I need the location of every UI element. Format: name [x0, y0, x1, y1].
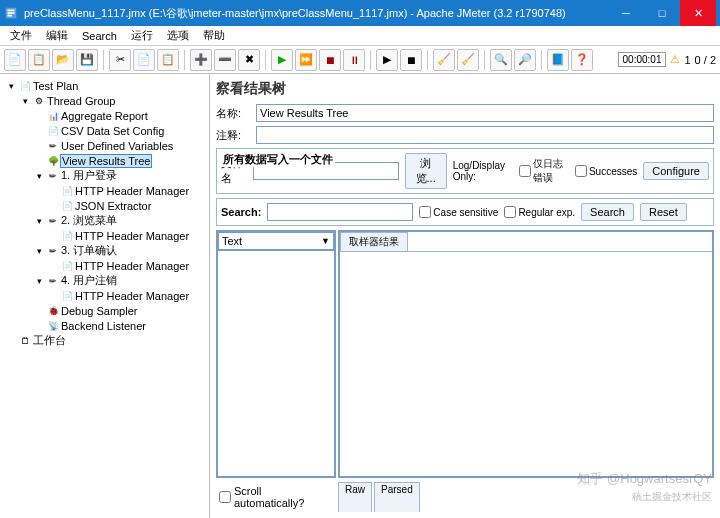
toggle-icon[interactable]: ▾ [4, 80, 18, 92]
toggle-icon[interactable] [32, 155, 46, 167]
toggle-button[interactable]: ✖ [238, 49, 260, 71]
case-sensitive-checkbox[interactable] [419, 206, 431, 218]
toggle-icon[interactable] [46, 290, 60, 302]
search-button[interactable]: 🔍 [490, 49, 512, 71]
node-icon: 📄 [18, 80, 32, 92]
warning-icon: ⚠ [670, 53, 680, 66]
menu-文件[interactable]: 文件 [4, 26, 38, 45]
toggle-icon[interactable] [32, 110, 46, 122]
results-list[interactable] [218, 250, 334, 476]
separator [184, 50, 185, 70]
node-label: 2. 浏览菜单 [60, 213, 118, 228]
successes-checkbox[interactable] [575, 165, 587, 177]
raw-tab[interactable]: Raw [338, 482, 372, 512]
separator [103, 50, 104, 70]
paste-button[interactable]: 📋 [157, 49, 179, 71]
tree-node[interactable]: 📄JSON Extractor [0, 198, 209, 213]
tree-node[interactable]: ✏User Defined Variables [0, 138, 209, 153]
search-group: Search: Case sensitive Regular exp. Sear… [216, 198, 714, 226]
tree-node[interactable]: ▾✏3. 订单确认 [0, 243, 209, 258]
tree-node[interactable]: 📄HTTP Header Manager [0, 288, 209, 303]
tree-node[interactable]: 🗒工作台 [0, 333, 209, 348]
tree-node[interactable]: ▾⚙Thread Group [0, 93, 209, 108]
node-label: 4. 用户注销 [60, 273, 118, 288]
menu-选项[interactable]: 选项 [161, 26, 195, 45]
node-label: Aggregate Report [60, 110, 149, 122]
tree-node[interactable]: ▾✏4. 用户注销 [0, 273, 209, 288]
toggle-icon[interactable] [46, 260, 60, 272]
renderer-combo[interactable]: Text ▼ [218, 232, 334, 250]
open-button[interactable]: 📂 [52, 49, 74, 71]
toggle-icon[interactable] [46, 185, 60, 197]
reset-search-button[interactable]: 🔎 [514, 49, 536, 71]
toggle-icon[interactable] [46, 230, 60, 242]
tree-node[interactable]: 📄HTTP Header Manager [0, 228, 209, 243]
parsed-tab[interactable]: Parsed [374, 482, 420, 512]
save-button[interactable]: 💾 [76, 49, 98, 71]
start-no-timers-button[interactable]: ⏩ [295, 49, 317, 71]
toggle-icon[interactable] [32, 320, 46, 332]
minimize-button[interactable]: ─ [608, 0, 644, 26]
test-plan-tree[interactable]: ▾📄Test Plan▾⚙Thread Group📊Aggregate Repo… [0, 74, 210, 518]
tree-node[interactable]: ▾✏2. 浏览菜单 [0, 213, 209, 228]
tree-node[interactable]: 📄HTTP Header Manager [0, 258, 209, 273]
start-button[interactable]: ▶ [271, 49, 293, 71]
app-icon [4, 6, 18, 20]
cut-button[interactable]: ✂ [109, 49, 131, 71]
tree-node[interactable]: 🐞Debug Sampler [0, 303, 209, 318]
copy-button[interactable]: 📄 [133, 49, 155, 71]
browse-button[interactable]: 浏览... [405, 153, 447, 189]
tree-node[interactable]: 📡Backend Listener [0, 318, 209, 333]
comment-input[interactable] [256, 126, 714, 144]
clear-all-button[interactable]: 🧹 [457, 49, 479, 71]
toggle-icon[interactable] [32, 125, 46, 137]
search-input[interactable] [267, 203, 413, 221]
reset-button[interactable]: Reset [640, 203, 687, 221]
remote-start-button[interactable]: ▶ [376, 49, 398, 71]
configure-button[interactable]: Configure [643, 162, 709, 180]
menu-运行[interactable]: 运行 [125, 26, 159, 45]
toggle-icon[interactable] [32, 140, 46, 152]
toggle-icon[interactable] [4, 335, 18, 347]
warning-count: 1 [684, 54, 690, 66]
close-button[interactable]: ✕ [680, 0, 716, 26]
templates-button[interactable]: 📋 [28, 49, 50, 71]
stop-button[interactable]: ⏹ [319, 49, 341, 71]
regex-checkbox[interactable] [504, 206, 516, 218]
menu-编辑[interactable]: 编辑 [40, 26, 74, 45]
collapse-button[interactable]: ➖ [214, 49, 236, 71]
menu-search[interactable]: Search [76, 28, 123, 44]
tree-node[interactable]: 📄HTTP Header Manager [0, 183, 209, 198]
toggle-icon[interactable]: ▾ [18, 95, 32, 107]
name-input[interactable] [256, 104, 714, 122]
toggle-icon[interactable]: ▾ [32, 215, 46, 227]
toggle-icon[interactable] [32, 305, 46, 317]
tree-node[interactable]: ▾📄Test Plan [0, 78, 209, 93]
tree-node[interactable]: ▾✏1. 用户登录 [0, 168, 209, 183]
separator [427, 50, 428, 70]
maximize-button[interactable]: □ [644, 0, 680, 26]
toggle-icon[interactable] [46, 200, 60, 212]
tree-node[interactable]: 📊Aggregate Report [0, 108, 209, 123]
toggle-icon[interactable]: ▾ [32, 275, 46, 287]
do-search-button[interactable]: Search [581, 203, 634, 221]
bottom-row: Scroll automatically? Raw Parsed [216, 482, 714, 512]
toggle-icon[interactable]: ▾ [32, 245, 46, 257]
separator [370, 50, 371, 70]
help-button[interactable]: ❓ [571, 49, 593, 71]
menu-帮助[interactable]: 帮助 [197, 26, 231, 45]
tree-node[interactable]: 🌳View Results Tree [0, 153, 209, 168]
node-icon: 📄 [60, 260, 74, 272]
remote-stop-button[interactable]: ⏹ [400, 49, 422, 71]
expand-button[interactable]: ➕ [190, 49, 212, 71]
toggle-icon[interactable]: ▾ [32, 170, 46, 182]
node-label: 1. 用户登录 [60, 168, 118, 183]
new-button[interactable]: 📄 [4, 49, 26, 71]
shutdown-button[interactable]: ⏸ [343, 49, 365, 71]
clear-button[interactable]: 🧹 [433, 49, 455, 71]
tree-node[interactable]: 📄CSV Data Set Config [0, 123, 209, 138]
function-helper-button[interactable]: 📘 [547, 49, 569, 71]
errors-only-checkbox[interactable] [519, 165, 531, 177]
sampler-result-tab[interactable]: 取样器结果 [340, 232, 408, 251]
scroll-auto-checkbox[interactable] [219, 491, 231, 503]
